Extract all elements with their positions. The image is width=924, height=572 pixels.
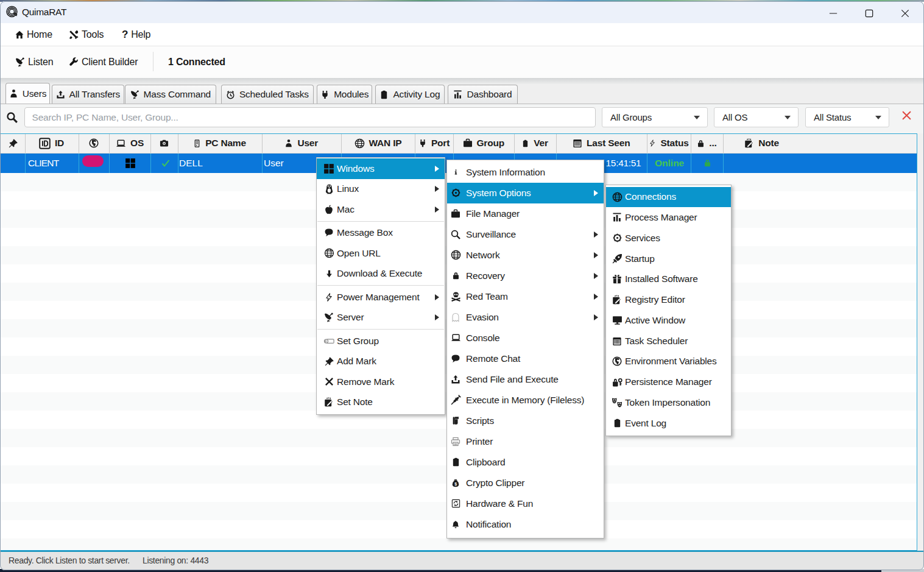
svg-text:$: $ (454, 481, 457, 486)
